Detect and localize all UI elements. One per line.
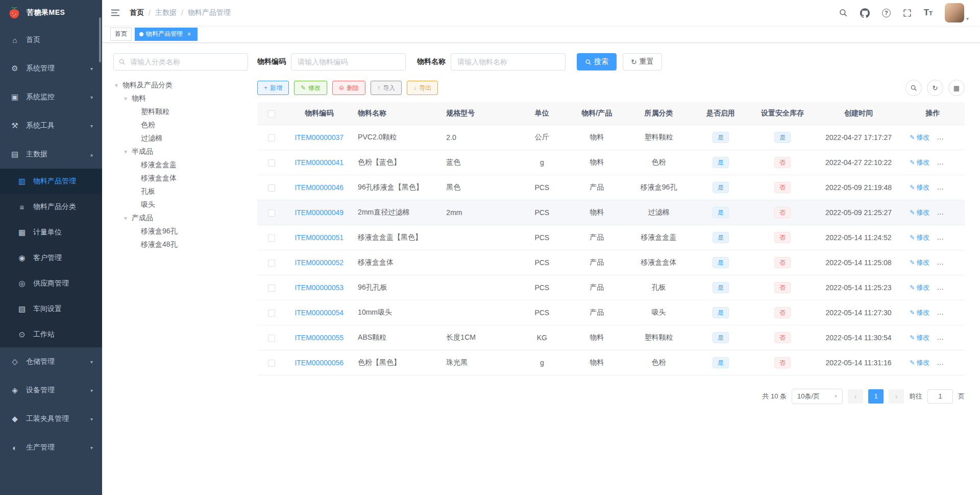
sidebar-scrollbar[interactable]: [99, 17, 101, 62]
tree-node[interactable]: ▾孔板: [113, 185, 248, 198]
tree-node[interactable]: ▾半成品: [113, 145, 248, 158]
sidebar-item-material-product-management[interactable]: ▥物料产品管理: [0, 169, 102, 194]
select-all-checkbox[interactable]: [268, 110, 275, 117]
tab-home[interactable]: 首页: [110, 28, 132, 41]
import-button[interactable]: ↑导入: [371, 81, 402, 95]
edit-button[interactable]: ✎修改: [294, 81, 327, 95]
refresh-table-button[interactable]: ↻: [927, 80, 943, 96]
page-content: ▾物料及产品分类▾物料▾塑料颗粒▾色粉▾过滤棉▾半成品▾移液盒盒盖▾移液盒盒体▾…: [102, 43, 980, 495]
sidebar-item-warehouse-management[interactable]: ◇仓储管理▾: [0, 347, 102, 376]
main-area: 首页/主数据/物料产品管理 ? TT ▾ 首页物料产品管理×: [102, 0, 980, 495]
row-checkbox[interactable]: [268, 335, 275, 342]
sidebar-item-material-product-category[interactable]: ≡物料产品分类: [0, 194, 102, 220]
sidebar-item-measure-unit[interactable]: ▦计量单位: [0, 220, 102, 245]
sidebar-item-customer-management[interactable]: ◉客户管理: [0, 245, 102, 271]
edit-link[interactable]: ✎修改: [910, 358, 929, 367]
reset-button[interactable]: ↻ 重置: [623, 53, 662, 70]
edit-link[interactable]: ✎修改: [910, 258, 929, 267]
row-checkbox[interactable]: [268, 134, 275, 142]
sidebar-item-system-management[interactable]: ⚙系统管理▾: [0, 54, 102, 83]
cell-enabled: 是: [692, 275, 749, 300]
material-name-input[interactable]: [451, 53, 566, 70]
tree-node[interactable]: ▾物料及产品分类: [113, 79, 248, 92]
sidebar-item-master-data[interactable]: ▤主数据▴: [0, 140, 102, 169]
hamburger-icon[interactable]: [110, 8, 120, 18]
material-code-link[interactable]: ITEM00000046: [295, 183, 344, 192]
edit-link[interactable]: ✎修改: [910, 283, 929, 292]
edit-link-label: 修改: [916, 233, 929, 242]
sidebar-item-supplier-management[interactable]: ◎供应商管理: [0, 271, 102, 296]
tree-node[interactable]: ▾过滤棉: [113, 132, 248, 145]
sidebar-item-system-monitor[interactable]: ▣系统监控▾: [0, 83, 102, 111]
row-checkbox[interactable]: [268, 184, 275, 192]
tree-node[interactable]: ▾塑料颗粒: [113, 105, 248, 119]
material-code-link[interactable]: ITEM00000052: [295, 258, 344, 267]
fullscreen-icon[interactable]: [903, 9, 912, 17]
breadcrumb-item[interactable]: 主数据: [155, 8, 177, 17]
row-checkbox[interactable]: [268, 260, 275, 267]
category-icon: ≡: [17, 203, 27, 211]
help-icon[interactable]: ?: [882, 9, 891, 17]
row-checkbox[interactable]: [268, 310, 275, 317]
material-code-link[interactable]: ITEM00000037: [295, 133, 344, 142]
export-button[interactable]: ↓导出: [407, 81, 438, 95]
tree-node[interactable]: ▾移液盒96孔: [113, 225, 248, 238]
row-checkbox[interactable]: [268, 209, 275, 217]
sidebar-item-production-management[interactable]: ◐生产管理▾: [0, 433, 102, 462]
page-size-select[interactable]: 10条/页 ▾: [792, 389, 843, 404]
tree-node[interactable]: ▾色粉: [113, 119, 248, 132]
material-code-input[interactable]: [291, 53, 406, 70]
edit-link[interactable]: ✎修改: [910, 158, 929, 167]
row-checkbox[interactable]: [268, 360, 275, 367]
prev-page-button[interactable]: ‹: [848, 389, 863, 404]
edit-link[interactable]: ✎修改: [910, 308, 929, 317]
material-code-link[interactable]: ITEM00000051: [295, 233, 344, 242]
app-logo[interactable]: 苦糖果MES: [0, 0, 102, 26]
breadcrumb-item[interactable]: 首页: [130, 8, 144, 17]
column-settings-button[interactable]: ▦: [948, 80, 965, 96]
tree-node[interactable]: ▾吸头: [113, 198, 248, 211]
material-code-link[interactable]: ITEM00000041: [295, 158, 344, 167]
tree-node[interactable]: ▾移液盒48孔: [113, 238, 248, 251]
row-checkbox[interactable]: [268, 234, 275, 242]
edit-link[interactable]: ✎修改: [910, 233, 929, 242]
search-icon[interactable]: [839, 8, 848, 17]
sidebar-item-fixture-management[interactable]: ◆工装夹具管理▾: [0, 405, 102, 433]
tree-node[interactable]: ▾移液盒盒盖: [113, 158, 248, 172]
material-code-link[interactable]: ITEM00000053: [295, 284, 344, 292]
edit-link[interactable]: ✎修改: [910, 183, 929, 192]
sidebar-item-workshop-settings[interactable]: ▧车间设置: [0, 296, 102, 322]
category-search-input[interactable]: [113, 53, 248, 70]
tab-material-product-management[interactable]: 物料产品管理×: [135, 28, 198, 41]
sidebar-item-workstation[interactable]: ⊙工作站: [0, 322, 102, 347]
add-button[interactable]: +新增: [257, 81, 289, 95]
close-icon[interactable]: ×: [185, 30, 193, 38]
page-number-button[interactable]: 1: [868, 389, 884, 404]
github-icon[interactable]: [860, 8, 870, 18]
avatar[interactable]: [945, 3, 964, 22]
next-page-button[interactable]: ›: [889, 389, 904, 404]
show-search-button[interactable]: [905, 80, 922, 96]
row-checkbox[interactable]: [268, 285, 275, 292]
tree-node[interactable]: ▾物料: [113, 92, 248, 105]
edit-link[interactable]: ✎修改: [910, 333, 929, 342]
font-size-icon[interactable]: TT: [924, 8, 933, 18]
delete-link-label: 删除: [943, 308, 957, 317]
material-code-link[interactable]: ITEM00000049: [295, 208, 344, 217]
tree-node[interactable]: ▾产成品: [113, 211, 248, 225]
goto-page-input[interactable]: [927, 389, 953, 404]
column-header: 物料编码: [285, 102, 353, 125]
user-menu[interactable]: ▾: [945, 3, 969, 22]
edit-link[interactable]: ✎修改: [910, 208, 929, 217]
material-code-link[interactable]: ITEM00000056: [295, 359, 344, 367]
search-button[interactable]: 搜索: [577, 53, 617, 70]
sidebar-item-system-tools[interactable]: ⚒系统工具▾: [0, 111, 102, 140]
edit-link[interactable]: ✎修改: [910, 133, 929, 142]
sidebar-item-home[interactable]: ⌂首页: [0, 26, 102, 54]
sidebar-item-equipment-management[interactable]: ◈设备管理▾: [0, 376, 102, 405]
delete-button[interactable]: ⊖删除: [332, 81, 365, 95]
row-checkbox[interactable]: [268, 159, 275, 167]
material-code-link[interactable]: ITEM00000054: [295, 309, 344, 317]
material-code-link[interactable]: ITEM00000055: [295, 334, 344, 342]
tree-node[interactable]: ▾移液盒盒体: [113, 172, 248, 185]
